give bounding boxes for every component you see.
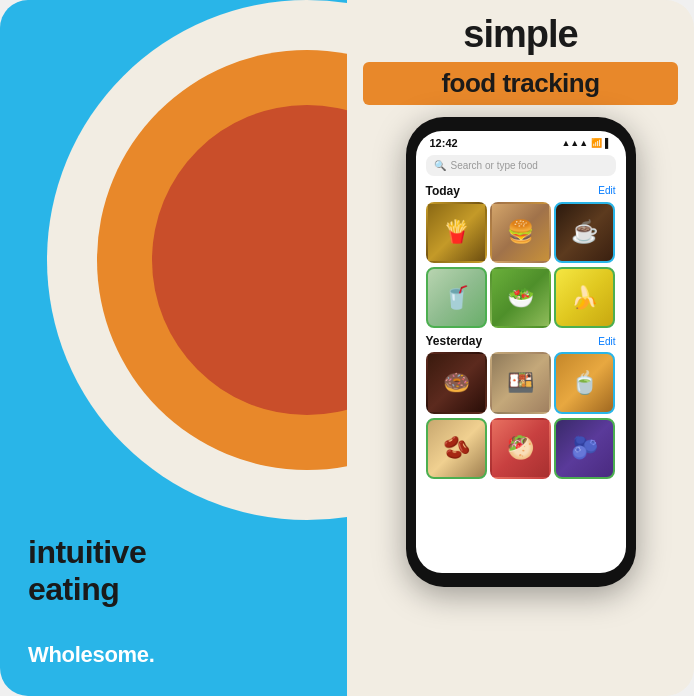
food-cell-smoothie[interactable]: 🥤 [426,267,487,328]
today-grid-row1: 🍟 🍔 ☕ [416,202,626,267]
section-title-today: Today [426,184,460,198]
food-cell-banana[interactable]: 🍌 [554,267,615,328]
food-cell-salad[interactable]: 🥗 [490,267,551,328]
section-title-yesterday: Yesterday [426,334,483,348]
food-cell-rice[interactable]: 🍱 [490,352,551,413]
status-icons: ▲▲▲ 📶 ▌ [561,138,611,148]
food-cell-chickpeas[interactable]: 🫘 [426,418,487,479]
donut-image: 🍩 [428,354,485,411]
decorative-arcs [47,0,347,600]
phone-screen: 12:42 ▲▲▲ 📶 ▌ 🔍 Search or type food Toda… [416,131,626,573]
tagline-line2: eating [28,571,319,608]
section-edit-yesterday[interactable]: Edit [598,336,615,347]
search-bar[interactable]: 🔍 Search or type food [426,155,616,176]
tea-image: 🍵 [556,354,613,411]
right-header: simple food tracking [347,14,694,105]
tagline: intuitive eating [28,534,319,608]
food-cell-tea[interactable]: 🍵 [554,352,615,413]
food-cell-blueberries[interactable]: 🫐 [554,418,615,479]
tagline-line1: intuitive [28,534,319,571]
yesterday-grid-row2: 🫘 🥙 🫐 [416,418,626,483]
brand-name: Wholesome. [28,642,155,668]
left-panel: intuitive eating Wholesome. [0,0,347,696]
bowl-image: 🥙 [492,420,549,477]
today-grid-row2: 🥤 🥗 🍌 [416,267,626,332]
food-cell-coffee[interactable]: ☕ [554,202,615,263]
burger-image: 🍔 [492,204,549,261]
title-simple: simple [363,14,678,56]
food-cell-burger[interactable]: 🍔 [490,202,551,263]
food-cell-bowl[interactable]: 🥙 [490,418,551,479]
smoothie-image: 🥤 [428,269,485,326]
search-placeholder-text: Search or type food [451,160,538,171]
fries-image: 🍟 [428,204,485,261]
wifi-icon: 📶 [591,138,602,148]
section-header-yesterday: Yesterday Edit [416,332,626,352]
section-header-today: Today Edit [416,182,626,202]
status-time: 12:42 [430,137,458,149]
phone-mockup: 12:42 ▲▲▲ 📶 ▌ 🔍 Search or type food Toda… [406,117,636,587]
coffee-image: ☕ [556,204,613,261]
status-bar: 12:42 ▲▲▲ 📶 ▌ [416,131,626,153]
battery-icon: ▌ [605,138,611,148]
title-food-tracking: food tracking [363,62,678,105]
food-cell-donut[interactable]: 🍩 [426,352,487,413]
rice-image: 🍱 [492,354,549,411]
salad-image: 🥗 [492,269,549,326]
blueberries-image: 🫐 [556,420,613,477]
food-cell-fries[interactable]: 🍟 [426,202,487,263]
right-panel: simple food tracking 12:42 ▲▲▲ 📶 ▌ 🔍 Sea… [347,0,694,696]
signal-icon: ▲▲▲ [561,138,588,148]
search-icon: 🔍 [434,160,446,171]
yesterday-grid-row1: 🍩 🍱 🍵 [416,352,626,417]
section-edit-today[interactable]: Edit [598,185,615,196]
chickpeas-image: 🫘 [428,420,485,477]
banana-image: 🍌 [556,269,613,326]
